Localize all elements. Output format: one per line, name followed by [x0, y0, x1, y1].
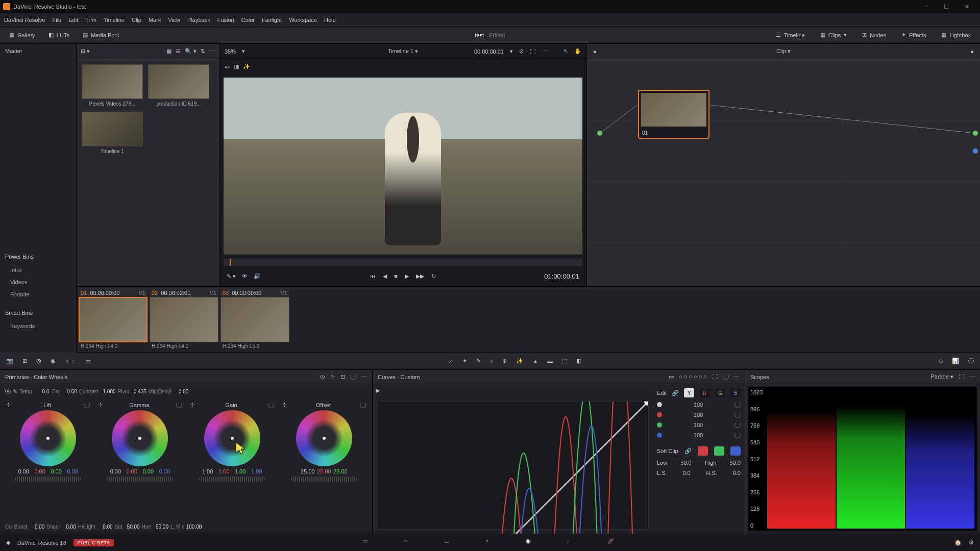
- wheel-values[interactable]: 0.000.000.000.00: [16, 468, 80, 474]
- tracking-icon[interactable]: ⊕: [502, 358, 507, 364]
- media-thumb-timeline[interactable]: Timeline 1: [82, 112, 143, 154]
- bin-videos[interactable]: Videos: [0, 276, 76, 288]
- pointer-tool-icon[interactable]: ↖: [564, 48, 568, 55]
- deliver-page-icon[interactable]: 🚀: [607, 538, 618, 548]
- wheel-reset-icon[interactable]: [84, 402, 90, 408]
- curves-icon[interactable]: ⟋: [448, 358, 453, 364]
- wheel-reset-icon[interactable]: [360, 402, 366, 408]
- clip-selector[interactable]: Clip ▾: [597, 48, 971, 55]
- reset-y-icon[interactable]: [734, 402, 741, 408]
- split-view-icon[interactable]: ◨: [234, 63, 239, 70]
- highlight-icon[interactable]: ✨: [243, 63, 250, 70]
- channel-y-button[interactable]: Y: [684, 388, 694, 397]
- softclip-ls[interactable]: 0.0: [682, 470, 690, 476]
- rgb-mixer-icon[interactable]: ⋮⋮: [65, 358, 76, 364]
- menu-workspace[interactable]: Workspace: [289, 17, 317, 23]
- timeline-name[interactable]: Timeline 1 ▾: [388, 48, 418, 55]
- intensity-g[interactable]: 100: [694, 422, 703, 428]
- softclip-link-icon[interactable]: 🔗: [684, 448, 692, 455]
- wheel-values[interactable]: 0.000.000.000.00: [108, 468, 172, 474]
- zoom-dropdown-icon[interactable]: ▾: [242, 48, 245, 55]
- auto-balance-icon[interactable]: Ⓐ: [5, 388, 11, 395]
- media-thumb[interactable]: Pexels Videos 278...: [82, 64, 143, 107]
- search-icon[interactable]: 🔍 ▾: [185, 48, 197, 55]
- node-input[interactable]: [597, 131, 602, 136]
- channel-r-button[interactable]: R: [700, 388, 710, 397]
- node-graph[interactable]: 01: [587, 59, 980, 286]
- intensity-r[interactable]: 100: [694, 412, 703, 418]
- 3d-icon[interactable]: ◧: [576, 358, 581, 364]
- luts-button[interactable]: ◧ LUTs: [44, 30, 74, 40]
- media-thumb[interactable]: production ID 519...: [148, 64, 209, 107]
- scope-mode[interactable]: Parade ▾: [930, 373, 953, 380]
- menu-help[interactable]: Help: [324, 17, 336, 23]
- menu-clip[interactable]: Clip: [132, 17, 141, 23]
- project-settings-icon[interactable]: ⚙: [969, 539, 974, 546]
- curves-play-icon[interactable]: ▶: [373, 384, 653, 397]
- sort-icon[interactable]: ⇅: [201, 48, 205, 55]
- menu-view[interactable]: View: [168, 17, 180, 23]
- expand-icon[interactable]: ⛶: [530, 48, 535, 55]
- smart-bins-header[interactable]: Smart Bins: [0, 306, 76, 320]
- play-button[interactable]: ▶: [405, 273, 409, 280]
- link-channels-icon[interactable]: 🔗: [672, 390, 679, 396]
- color-page-icon[interactable]: ◉: [526, 538, 536, 548]
- shad-value[interactable]: 0.00: [61, 524, 76, 530]
- options-icon[interactable]: ⋯: [209, 48, 215, 55]
- wheel-jog[interactable]: [199, 477, 265, 482]
- curve-graph[interactable]: [377, 401, 649, 530]
- bin-keywords[interactable]: Keywords: [0, 320, 76, 332]
- wheel-picker-icon[interactable]: ⊹: [190, 402, 195, 408]
- eyedropper-icon[interactable]: ✎ ▾: [227, 273, 236, 280]
- hdr-wheels-icon[interactable]: ◉: [51, 358, 56, 364]
- wheel-picker-icon[interactable]: ⊹: [282, 402, 287, 408]
- power-bins-header[interactable]: Power Bins: [0, 249, 76, 264]
- first-frame-button[interactable]: ⏮: [370, 273, 376, 279]
- menu-edit[interactable]: Edit: [68, 17, 78, 23]
- curve-mode-icon[interactable]: ○ ○ ○ ○ ○ ○: [679, 373, 707, 380]
- motion-effects-icon[interactable]: ▭: [85, 358, 90, 364]
- reset-r-icon[interactable]: [734, 412, 741, 418]
- pivot-value[interactable]: 0.435: [131, 389, 146, 394]
- timeline-clip[interactable]: 0200:00:02:01V1H.264 High L4.0: [150, 289, 218, 350]
- wheel-reset-icon[interactable]: [176, 402, 182, 408]
- softclip-r-button[interactable]: [698, 446, 708, 456]
- softclip-low[interactable]: 50.0: [680, 460, 691, 466]
- blur-icon[interactable]: ▲: [532, 358, 538, 364]
- tc-dropdown-icon[interactable]: ▾: [510, 48, 513, 55]
- thumb-view-icon[interactable]: ▦: [166, 48, 172, 55]
- intensity-y[interactable]: 100: [694, 402, 703, 408]
- bars-mode-icon[interactable]: ⊪: [330, 373, 335, 380]
- stop-button[interactable]: ■: [394, 273, 398, 279]
- effects-button[interactable]: ✦ Effects: [897, 30, 930, 40]
- clips-button[interactable]: ▦ Clips ▾: [816, 30, 851, 40]
- image-wipe-icon[interactable]: ▭: [225, 63, 230, 70]
- menu-davinci[interactable]: DaVinci Resolve: [4, 17, 45, 23]
- cut-page-icon[interactable]: ✂: [403, 538, 413, 548]
- window-icon[interactable]: ○: [490, 358, 494, 364]
- hand-tool-icon[interactable]: ✋: [574, 48, 581, 55]
- project-manager-icon[interactable]: 🏠: [954, 539, 962, 546]
- corrector-node[interactable]: 01: [638, 90, 709, 139]
- softclip-hs[interactable]: 0.0: [733, 470, 741, 476]
- media-page-icon[interactable]: ▭: [362, 538, 373, 548]
- curves-expand-icon[interactable]: ⛶: [712, 373, 718, 380]
- mediapool-button[interactable]: ▤ Media Pool: [79, 30, 123, 40]
- nodes-button[interactable]: ⊞ Nodes: [858, 30, 890, 40]
- sat-value[interactable]: 50.00: [125, 524, 140, 530]
- intensity-b[interactable]: 100: [694, 432, 703, 438]
- mute-icon[interactable]: 🔊: [254, 273, 261, 280]
- wheel-picker-icon[interactable]: ⊹: [98, 402, 103, 408]
- timeline-button[interactable]: ☰ Timeline: [772, 30, 809, 40]
- color-wheel-offset[interactable]: [296, 410, 352, 466]
- tint-value[interactable]: 0.00: [62, 389, 77, 394]
- color-wheel-lift[interactable]: [20, 410, 76, 466]
- reset-b-icon[interactable]: [734, 432, 741, 438]
- timeline-clip[interactable]: 0300:00:00:00V1H.264 High L5.2: [220, 289, 289, 350]
- curve-custom-icon[interactable]: ▭: [669, 373, 674, 380]
- camera-raw-icon[interactable]: 📷: [6, 358, 13, 364]
- unmix-icon[interactable]: 👁: [242, 273, 248, 280]
- temp-value[interactable]: 0.0: [34, 389, 49, 394]
- prev-frame-button[interactable]: ◀: [383, 273, 387, 280]
- color-wheel-gamma[interactable]: [112, 410, 168, 466]
